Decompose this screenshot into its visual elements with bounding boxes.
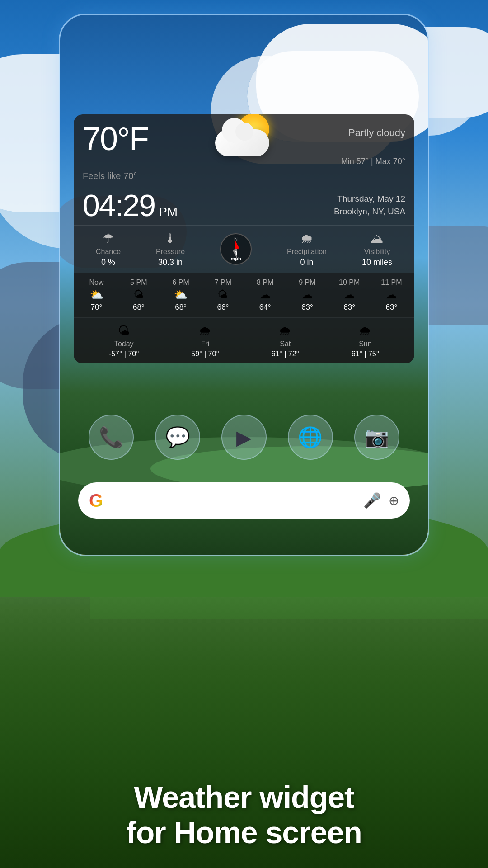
- weather-icon-container: [153, 114, 337, 159]
- precip-icon: 🌧: [300, 231, 313, 246]
- hourly-item: 5 PM 🌤 68°: [119, 278, 158, 312]
- main-temperature: 70°F: [83, 123, 148, 155]
- time-text: 04:29: [83, 190, 155, 221]
- stat-visibility: ⛰ Visibility 10 miles: [362, 231, 392, 267]
- hourly-item: 10 PM ☁ 63°: [330, 278, 369, 312]
- dock-app-phone[interactable]: 📞: [89, 415, 134, 460]
- feels-like-text: Feels like 70°: [83, 171, 137, 181]
- time-location-row: 04:29 PM Thursday, May 12 Brooklyn, NY, …: [74, 185, 414, 225]
- pressure-label: Pressure: [156, 248, 185, 256]
- weather-widget[interactable]: 70°F Partly cloudy Min 57° | Max 70° Fee…: [74, 114, 414, 363]
- time-display: 04:29 PM: [83, 190, 178, 221]
- hourly-item: 9 PM ☁ 63°: [288, 278, 326, 312]
- partly-cloudy-icon: [215, 114, 274, 159]
- dock-app-play-store[interactable]: ▶: [221, 415, 267, 460]
- google-search-bar[interactable]: G 🎤 ⊕: [78, 482, 410, 519]
- visibility-label: Visibility: [364, 248, 390, 256]
- hourly-section: Now ⛅ 70° 5 PM 🌤 68° 6 PM ⛅ 68° 7 PM 🌤 6…: [74, 273, 414, 317]
- stat-pressure: 🌡 Pressure 30.3 in: [156, 231, 185, 267]
- app-dock: 📞💬▶🌐📷: [78, 415, 410, 460]
- dock-app-messages[interactable]: 💬: [155, 415, 200, 460]
- stats-row: ☂ Chance 0 % 🌡 Pressure 30.3 in N S: [74, 225, 414, 273]
- stat-precipitation: 🌧 Precipitation 0 in: [287, 231, 327, 267]
- precip-label: Precipitation: [287, 248, 327, 256]
- compass-widget: N S 8 mph: [220, 233, 252, 265]
- condition-text: Partly cloudy: [341, 127, 405, 139]
- cloud-icon: [215, 129, 269, 156]
- feels-like-row: Feels like 70°: [74, 171, 414, 185]
- pressure-value: 30.3 in: [158, 258, 183, 267]
- hourly-item: 7 PM 🌤 66°: [204, 278, 242, 312]
- precip-value: 0 in: [300, 258, 313, 267]
- visibility-value: 10 miles: [362, 258, 392, 267]
- hourly-row: Now ⛅ 70° 5 PM 🌤 68° 6 PM ⛅ 68° 7 PM 🌤 6…: [77, 278, 411, 312]
- microphone-icon[interactable]: 🎤: [363, 492, 381, 509]
- bottom-caption: Weather widget for Home screen: [0, 779, 488, 850]
- hourly-item: Now ⛅ 70°: [77, 278, 116, 312]
- phone-screen-content: 70°F Partly cloudy Min 57° | Max 70° Fee…: [60, 15, 428, 555]
- caption-line2: for Home screen: [0, 815, 488, 850]
- weather-condition-block: Partly cloudy Min 57° | Max 70°: [341, 123, 405, 166]
- hourly-item: 8 PM ☁ 64°: [246, 278, 284, 312]
- time-ampm: PM: [159, 205, 178, 219]
- daily-item: 🌤 Today -57° | 70°: [109, 323, 139, 358]
- caption-line1: Weather widget: [0, 779, 488, 815]
- daily-item: 🌧 Sat 61° | 72°: [272, 323, 299, 358]
- location-info: Thursday, May 12 Brooklyn, NY, USA: [187, 193, 405, 218]
- date-text: Thursday, May 12: [187, 193, 405, 206]
- chance-icon: ☂: [103, 231, 114, 246]
- dock-app-chrome[interactable]: 🌐: [288, 415, 333, 460]
- hourly-item: 11 PM ☁ 63°: [372, 278, 411, 312]
- daily-section: 🌤 Today -57° | 70° 🌧 Fri 59° | 70° 🌧 Sat…: [74, 317, 414, 363]
- search-right-icons: 🎤 ⊕: [363, 492, 399, 509]
- location-text: Brooklyn, NY, USA: [187, 205, 405, 218]
- visibility-icon: ⛰: [371, 231, 383, 246]
- chance-value: 0 %: [101, 258, 115, 267]
- weather-top-row: 70°F Partly cloudy Min 57° | Max 70°: [74, 114, 414, 171]
- phone-frame: 70°F Partly cloudy Min 57° | Max 70° Fee…: [59, 14, 429, 556]
- daily-item: 🌧 Sun 61° | 75°: [352, 323, 379, 358]
- chance-label: Chance: [96, 248, 121, 256]
- google-logo: G: [89, 491, 103, 511]
- hourly-item: 6 PM ⛅ 68°: [162, 278, 200, 312]
- daily-item: 🌧 Fri 59° | 70°: [191, 323, 219, 358]
- wind-speed-compass: 8 mph: [230, 250, 241, 261]
- daily-row: 🌤 Today -57° | 70° 🌧 Fri 59° | 70° 🌧 Sat…: [83, 323, 405, 358]
- pressure-icon: 🌡: [164, 231, 177, 246]
- dock-app-camera[interactable]: 📷: [354, 415, 399, 460]
- min-max-temp: Min 57° | Max 70°: [341, 157, 405, 166]
- lens-icon[interactable]: ⊕: [389, 493, 399, 508]
- needle-north: [232, 239, 239, 250]
- stat-wind: N S 8 mph: [220, 233, 252, 265]
- stat-chance: ☂ Chance 0 %: [96, 231, 121, 267]
